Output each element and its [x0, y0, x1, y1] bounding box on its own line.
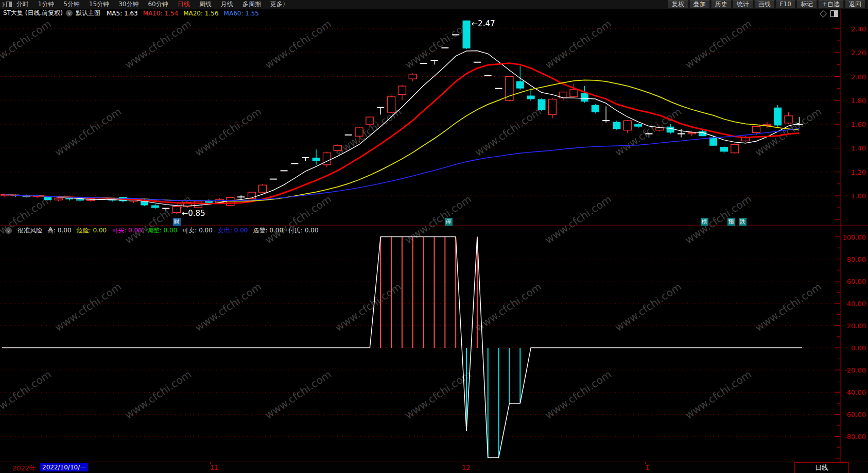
main-gridlines	[0, 29, 840, 219]
stock-app-window: { "menu_bar": { "items": [ {"label": "分时…	[0, 0, 868, 473]
indicator-header: ∨ 很准风险 高: 0.00危险: 0.00可买: 0.00调整: 0.00可卖…	[2, 226, 319, 235]
selected-date-chip[interactable]: 2022/10/10/一	[40, 463, 88, 471]
month-tick	[645, 462, 646, 464]
chart-canvas[interactable]: ←2.47←0.85	[0, 0, 868, 473]
toolbar-button-8[interactable]: 返回	[845, 0, 865, 9]
event-tag[interactable]: 停	[445, 218, 453, 226]
price-axis-label: 1.60	[841, 121, 866, 128]
overlay-selector-icon[interactable]: ∨	[66, 10, 73, 16]
price-axis-label: 1.00	[841, 192, 866, 200]
indicator-axis-label: 100.00	[841, 233, 866, 241]
menu-item-3[interactable]: 15分钟	[84, 0, 114, 9]
menu-item-10[interactable]: 更多〉	[266, 0, 293, 9]
price-axis-label: 2.40	[841, 25, 866, 33]
event-tag[interactable]: 跌	[739, 218, 747, 226]
event-tag[interactable]: 预	[727, 218, 735, 226]
price-axis-label: 1.20	[841, 168, 866, 176]
toolbar-button-3[interactable]: 统计	[733, 0, 753, 9]
diamond-icon[interactable]	[820, 10, 827, 17]
indicator-axis-label: 60.00	[841, 278, 866, 285]
info-bar: ST大集 (日线.前复权) ∨ 默认主图 MA5: 1.63MA10: 1.54…	[0, 9, 868, 18]
symbol-title: ST大集 (日线.前复权)	[3, 9, 63, 18]
menu-item-2[interactable]: 5分钟	[59, 0, 84, 9]
indicator-readouts: 高: 0.00危险: 0.00可买: 0.00调整: 0.00可卖: 0.00卖…	[42, 226, 319, 235]
price-axis-label: 2.20	[841, 49, 866, 57]
month-label: 12	[462, 464, 471, 471]
toolbar-button-2[interactable]: 历史	[711, 0, 732, 9]
overlay-label[interactable]: 默认主图	[76, 9, 100, 18]
indicator-field-7: 付氏: 0.00	[288, 227, 319, 234]
toolbar-button-0[interactable]: 复权	[668, 0, 688, 9]
price-axis-label: 1.80	[841, 97, 866, 105]
menu-item-7[interactable]: 周线	[195, 0, 216, 9]
ma-readout-0: MA5: 1.63	[107, 10, 138, 17]
indicator-axis-label: -60.00	[841, 411, 866, 418]
ma-readout-3: MA60: 1.55	[224, 10, 259, 17]
year-label: 2022年	[12, 464, 36, 473]
candles-layer	[1, 21, 803, 214]
toolbar-button-1[interactable]: 叠加	[689, 0, 710, 9]
toolbar-button-5[interactable]: F10	[776, 0, 795, 9]
ma-line-MA60	[5, 128, 800, 200]
indicator-field-3: 调整: 0.00	[147, 227, 178, 234]
svg-text:←0.85: ←0.85	[182, 209, 205, 218]
toolbar-button-7[interactable]: +自选	[818, 0, 844, 9]
indicator-field-1: 危险: 0.00	[77, 227, 107, 234]
app-icon[interactable]: ⟫	[2, 2, 12, 7]
indicator-field-5: 卖出: 0.00	[218, 227, 248, 234]
indicator-series	[2, 237, 802, 458]
indicator-field-6: 遇警: 0.00	[253, 227, 283, 234]
menu-item-0[interactable]: 分时	[12, 0, 33, 9]
month-label: 11	[210, 464, 219, 471]
period-indicator[interactable]: 日线	[794, 462, 849, 473]
price-axis-label: 1.40	[841, 144, 866, 152]
indicator-axis-label: 40.00	[841, 300, 866, 308]
menu-item-1[interactable]: 1分钟	[33, 0, 59, 9]
month-tick	[210, 462, 211, 464]
price-axis-label: 2.00	[841, 73, 866, 81]
period-menu: 分时1分钟5分钟15分钟30分钟60分钟日线周线月线多周期更多〉	[12, 0, 293, 9]
toolbar-button-4[interactable]: 画线	[754, 0, 775, 9]
menu-item-4[interactable]: 30分钟	[114, 0, 143, 9]
split-window-icon[interactable]	[830, 10, 838, 17]
toolbar: 复权叠加历史统计画线F10标记+自选返回	[667, 0, 866, 9]
indicator-selector-icon[interactable]: ∨	[5, 227, 12, 234]
month-label: 1	[645, 464, 649, 471]
menu-item-9[interactable]: 多周期	[238, 0, 266, 9]
indicator-field-2: 可买: 0.00	[112, 227, 142, 234]
indicator-axis-label: -80.00	[841, 433, 866, 441]
indicator-axis-label: -20.00	[841, 366, 866, 374]
info-icons	[821, 10, 838, 17]
month-tick	[462, 462, 462, 464]
menu-item-5[interactable]: 60分钟	[143, 0, 172, 9]
indicator-field-4: 可卖: 0.00	[182, 227, 213, 234]
status-bar: 2022年 2022/10/10/一 11121 日线	[0, 462, 868, 473]
svg-text:←2.47: ←2.47	[472, 19, 495, 28]
menu-item-6[interactable]: 日线	[173, 0, 195, 9]
indicator-axis-label: -40.00	[841, 388, 866, 396]
ma-readouts: MA5: 1.63MA10: 1.54MA20: 1.56MA60: 1.55	[107, 10, 264, 17]
window-icon	[6, 2, 12, 7]
menu-item-8[interactable]: 月线	[216, 0, 238, 9]
event-tag[interactable]: 财	[173, 218, 181, 226]
indicator-field-0: 高: 0.00	[47, 227, 72, 234]
annotations: ←2.47←0.85	[182, 19, 495, 218]
period-label: 日线	[815, 464, 828, 471]
ma-readout-2: MA20: 1.56	[183, 10, 218, 17]
menu-bar: ⟫ 分时1分钟5分钟15分钟30分钟60分钟日线周线月线多周期更多〉 复权叠加历…	[0, 0, 868, 9]
panel-frame	[0, 9, 868, 462]
toolbar-button-6[interactable]: 标记	[796, 0, 817, 9]
event-tag[interactable]: 榜	[701, 218, 708, 226]
indicator-axis-label: 0.00	[841, 344, 866, 352]
indicator-axis-label: 80.00	[841, 256, 866, 263]
ma-readout-1: MA10: 1.54	[143, 10, 178, 17]
indicator-name: 很准风险	[18, 226, 42, 235]
indicator-axis-label: 20.00	[841, 322, 866, 330]
